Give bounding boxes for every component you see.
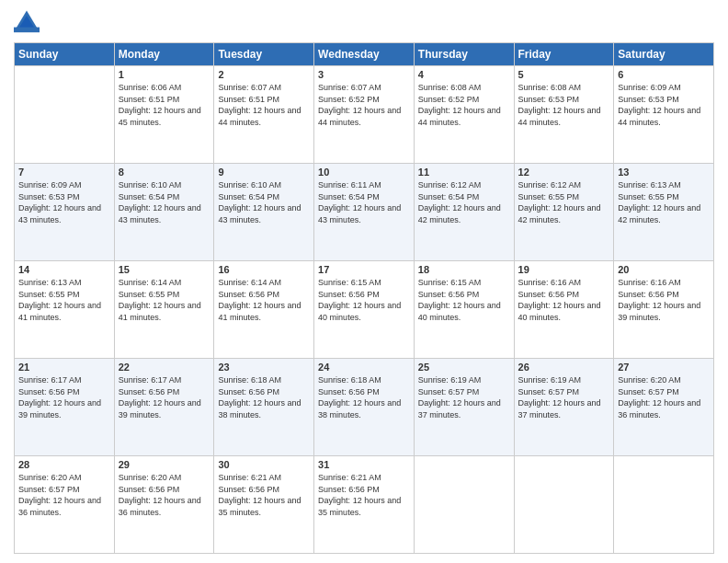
daylight-label: Daylight: 12 hours and 37 minutes.: [518, 398, 601, 419]
day-number: 7: [18, 167, 110, 178]
sunset-label: Sunset: 6:56 PM: [218, 290, 279, 299]
day-number: 30: [218, 459, 310, 470]
day-cell: 19 Sunrise: 6:16 AM Sunset: 6:56 PM Dayl…: [514, 261, 614, 359]
sunset-label: Sunset: 6:56 PM: [318, 387, 380, 396]
sunset-label: Sunset: 6:56 PM: [618, 290, 679, 299]
daylight-label: Daylight: 12 hours and 36 minutes.: [18, 496, 101, 517]
day-info: Sunrise: 6:21 AM Sunset: 6:56 PM Dayligh…: [318, 472, 410, 518]
daylight-label: Daylight: 12 hours and 40 minutes.: [418, 301, 501, 322]
sunrise-label: Sunrise: 6:08 AM: [418, 83, 482, 92]
sunset-label: Sunset: 6:57 PM: [18, 485, 80, 494]
daylight-label: Daylight: 12 hours and 42 minutes.: [618, 203, 700, 224]
weekday-header-tuesday: Tuesday: [214, 43, 314, 66]
day-info: Sunrise: 6:07 AM Sunset: 6:52 PM Dayligh…: [318, 82, 410, 128]
daylight-label: Daylight: 12 hours and 42 minutes.: [418, 203, 501, 224]
weekday-header-thursday: Thursday: [414, 43, 514, 66]
sunrise-label: Sunrise: 6:10 AM: [119, 180, 182, 190]
sunrise-label: Sunrise: 6:09 AM: [18, 180, 82, 190]
day-number: 23: [218, 362, 310, 373]
daylight-label: Daylight: 12 hours and 39 minutes.: [618, 301, 700, 322]
day-info: Sunrise: 6:14 AM Sunset: 6:55 PM Dayligh…: [119, 277, 210, 323]
day-number: 17: [318, 264, 410, 275]
sunrise-label: Sunrise: 6:17 AM: [119, 375, 182, 385]
day-info: Sunrise: 6:17 AM Sunset: 6:56 PM Dayligh…: [119, 374, 210, 420]
day-cell: 18 Sunrise: 6:15 AM Sunset: 6:56 PM Dayl…: [414, 261, 514, 359]
daylight-label: Daylight: 12 hours and 36 minutes.: [119, 496, 201, 517]
day-cell: 25 Sunrise: 6:19 AM Sunset: 6:57 PM Dayl…: [414, 359, 514, 456]
day-number: 11: [418, 167, 510, 178]
daylight-label: Daylight: 12 hours and 42 minutes.: [518, 203, 601, 224]
day-info: Sunrise: 6:20 AM Sunset: 6:57 PM Dayligh…: [618, 374, 710, 420]
day-cell: 22 Sunrise: 6:17 AM Sunset: 6:56 PM Dayl…: [114, 359, 214, 456]
sunrise-label: Sunrise: 6:12 AM: [418, 180, 482, 190]
page: SundayMondayTuesdayWednesdayThursdayFrid…: [0, 0, 728, 563]
daylight-label: Daylight: 12 hours and 35 minutes.: [318, 496, 401, 517]
sunset-label: Sunset: 6:56 PM: [318, 290, 380, 299]
sunrise-label: Sunrise: 6:12 AM: [518, 180, 582, 190]
day-number: 13: [618, 167, 710, 178]
day-number: 5: [518, 69, 610, 80]
sunrise-label: Sunrise: 6:17 AM: [18, 375, 82, 385]
day-number: 25: [418, 362, 510, 373]
day-number: 22: [119, 362, 210, 373]
daylight-label: Daylight: 12 hours and 41 minutes.: [119, 301, 201, 322]
daylight-label: Daylight: 12 hours and 38 minutes.: [318, 398, 401, 419]
day-cell: 1 Sunrise: 6:06 AM Sunset: 6:51 PM Dayli…: [114, 66, 214, 164]
daylight-label: Daylight: 12 hours and 44 minutes.: [418, 106, 501, 127]
sunset-label: Sunset: 6:54 PM: [119, 192, 180, 201]
day-info: Sunrise: 6:09 AM Sunset: 6:53 PM Dayligh…: [18, 179, 110, 225]
sunset-label: Sunset: 6:52 PM: [418, 95, 480, 104]
day-cell: [15, 66, 115, 164]
daylight-label: Daylight: 12 hours and 41 minutes.: [18, 301, 101, 322]
day-cell: 4 Sunrise: 6:08 AM Sunset: 6:52 PM Dayli…: [414, 66, 514, 164]
daylight-label: Daylight: 12 hours and 36 minutes.: [618, 398, 700, 419]
day-cell: 28 Sunrise: 6:20 AM Sunset: 6:57 PM Dayl…: [15, 456, 115, 554]
daylight-label: Daylight: 12 hours and 44 minutes.: [618, 106, 700, 127]
sunset-label: Sunset: 6:55 PM: [518, 192, 580, 201]
day-number: 12: [518, 167, 610, 178]
day-number: 18: [418, 264, 510, 275]
day-cell: 13 Sunrise: 6:13 AM Sunset: 6:55 PM Dayl…: [614, 164, 714, 261]
day-cell: [614, 456, 714, 554]
sunset-label: Sunset: 6:54 PM: [418, 192, 480, 201]
day-number: 27: [618, 362, 710, 373]
weekday-header-friday: Friday: [514, 43, 614, 66]
sunset-label: Sunset: 6:53 PM: [518, 95, 580, 104]
day-info: Sunrise: 6:20 AM Sunset: 6:57 PM Dayligh…: [18, 472, 110, 518]
day-info: Sunrise: 6:07 AM Sunset: 6:51 PM Dayligh…: [218, 82, 310, 128]
sunrise-label: Sunrise: 6:18 AM: [218, 375, 281, 385]
sunset-label: Sunset: 6:56 PM: [218, 485, 279, 494]
day-cell: 2 Sunrise: 6:07 AM Sunset: 6:51 PM Dayli…: [214, 66, 314, 164]
day-info: Sunrise: 6:15 AM Sunset: 6:56 PM Dayligh…: [418, 277, 510, 323]
sunrise-label: Sunrise: 6:08 AM: [518, 83, 582, 92]
day-number: 24: [318, 362, 410, 373]
day-cell: 12 Sunrise: 6:12 AM Sunset: 6:55 PM Dayl…: [514, 164, 614, 261]
sunset-label: Sunset: 6:56 PM: [518, 290, 580, 299]
day-cell: 31 Sunrise: 6:21 AM Sunset: 6:56 PM Dayl…: [314, 456, 415, 554]
day-number: 2: [218, 69, 310, 80]
daylight-label: Daylight: 12 hours and 39 minutes.: [119, 398, 201, 419]
day-cell: 6 Sunrise: 6:09 AM Sunset: 6:53 PM Dayli…: [614, 66, 714, 164]
sunrise-label: Sunrise: 6:13 AM: [618, 180, 681, 190]
day-info: Sunrise: 6:11 AM Sunset: 6:54 PM Dayligh…: [318, 179, 410, 225]
header: [14, 9, 714, 35]
sunset-label: Sunset: 6:57 PM: [418, 387, 480, 396]
day-info: Sunrise: 6:16 AM Sunset: 6:56 PM Dayligh…: [518, 277, 610, 323]
day-number: 19: [518, 264, 610, 275]
day-info: Sunrise: 6:13 AM Sunset: 6:55 PM Dayligh…: [618, 179, 710, 225]
day-number: 9: [218, 167, 310, 178]
logo-icon: [14, 9, 40, 35]
sunset-label: Sunset: 6:53 PM: [618, 95, 679, 104]
day-cell: 24 Sunrise: 6:18 AM Sunset: 6:56 PM Dayl…: [314, 359, 415, 456]
day-number: 10: [318, 167, 410, 178]
day-cell: 16 Sunrise: 6:14 AM Sunset: 6:56 PM Dayl…: [214, 261, 314, 359]
daylight-label: Daylight: 12 hours and 41 minutes.: [218, 301, 301, 322]
day-cell: [414, 456, 514, 554]
day-cell: 21 Sunrise: 6:17 AM Sunset: 6:56 PM Dayl…: [15, 359, 115, 456]
sunset-label: Sunset: 6:54 PM: [318, 192, 380, 201]
day-info: Sunrise: 6:06 AM Sunset: 6:51 PM Dayligh…: [119, 82, 210, 128]
sunset-label: Sunset: 6:51 PM: [119, 95, 180, 104]
daylight-label: Daylight: 12 hours and 45 minutes.: [119, 106, 201, 127]
sunrise-label: Sunrise: 6:21 AM: [318, 473, 381, 482]
sunrise-label: Sunrise: 6:18 AM: [318, 375, 381, 385]
